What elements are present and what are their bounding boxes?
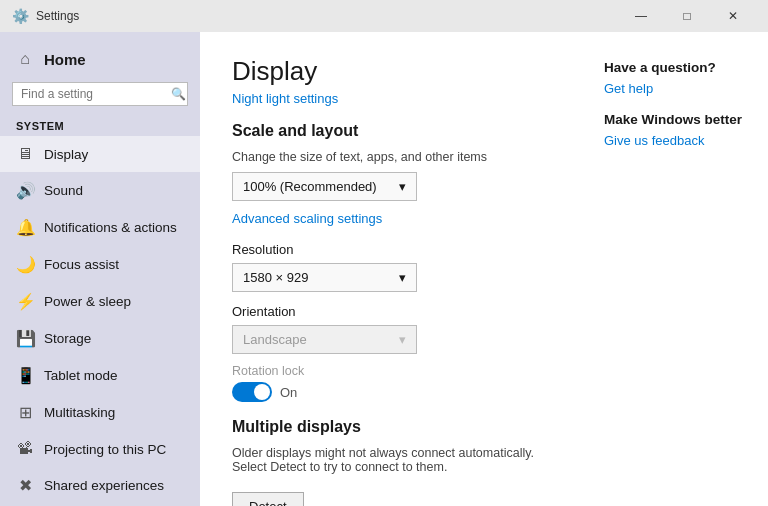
toggle-knob <box>254 384 270 400</box>
chevron-down-icon: ▾ <box>399 179 406 194</box>
make-better-title: Make Windows better <box>604 112 752 127</box>
rotation-lock-toggle-row: On <box>232 382 556 402</box>
multitasking-icon: ⊞ <box>16 403 34 422</box>
titlebar: ⚙️ Settings — □ ✕ <box>0 0 768 32</box>
minimize-button[interactable]: — <box>618 0 664 32</box>
advanced-scaling-link[interactable]: Advanced scaling settings <box>232 211 556 226</box>
search-icon: 🔍 <box>171 87 186 101</box>
notifications-icon: 🔔 <box>16 218 34 237</box>
multiple-displays-heading: Multiple displays <box>232 418 556 436</box>
orientation-dropdown[interactable]: Landscape ▾ <box>232 325 417 354</box>
sidebar-item-sound[interactable]: 🔊 Sound <box>0 172 200 209</box>
sidebar: ⌂ Home 🔍 System 🖥 Display 🔊 Sound 🔔 Noti… <box>0 32 200 506</box>
maximize-button[interactable]: □ <box>664 0 710 32</box>
feedback-link[interactable]: Give us feedback <box>604 133 752 148</box>
sidebar-section-system: System <box>0 114 200 136</box>
help-panel: Have a question? Get help Make Windows b… <box>588 32 768 506</box>
rotation-lock-state: On <box>280 385 297 400</box>
sidebar-item-shared[interactable]: ✖ Shared experiences <box>0 467 200 504</box>
resolution-value: 1580 × 929 <box>243 270 308 285</box>
scale-section: Scale and layout Change the size of text… <box>232 122 556 226</box>
home-icon: ⌂ <box>16 50 34 68</box>
page-title: Display <box>232 56 556 87</box>
rotation-lock-section: Rotation lock On <box>232 364 556 402</box>
main-content: Display Night light settings Scale and l… <box>200 32 588 506</box>
orientation-section: Orientation Landscape ▾ <box>232 304 556 354</box>
scale-value: 100% (Recommended) <box>243 179 377 194</box>
rotation-lock-label: Rotation lock <box>232 364 556 378</box>
sound-icon: 🔊 <box>16 181 34 200</box>
rotation-lock-toggle[interactable] <box>232 382 272 402</box>
sidebar-item-home[interactable]: ⌂ Home <box>0 40 200 78</box>
get-help-link[interactable]: Get help <box>604 81 752 96</box>
sidebar-item-projecting[interactable]: 📽 Projecting to this PC <box>0 431 200 467</box>
orientation-label: Orientation <box>232 304 556 319</box>
sidebar-item-multitasking[interactable]: ⊞ Multitasking <box>0 394 200 431</box>
scale-heading: Scale and layout <box>232 122 556 140</box>
sidebar-item-storage[interactable]: 💾 Storage <box>0 320 200 357</box>
close-button[interactable]: ✕ <box>710 0 756 32</box>
focus-icon: 🌙 <box>16 255 34 274</box>
detect-button[interactable]: Detect <box>232 492 304 506</box>
window-controls: — □ ✕ <box>618 0 756 32</box>
app-body: ⌂ Home 🔍 System 🖥 Display 🔊 Sound 🔔 Noti… <box>0 32 768 506</box>
resolution-label: Resolution <box>232 242 556 257</box>
resolution-dropdown[interactable]: 1580 × 929 ▾ <box>232 263 417 292</box>
search-box[interactable]: 🔍 <box>12 82 188 106</box>
storage-icon: 💾 <box>16 329 34 348</box>
sidebar-item-display[interactable]: 🖥 Display <box>0 136 200 172</box>
scale-dropdown[interactable]: 100% (Recommended) ▾ <box>232 172 417 201</box>
sidebar-item-power[interactable]: ⚡ Power & sleep <box>0 283 200 320</box>
help-question-title: Have a question? <box>604 60 752 75</box>
scale-description: Change the size of text, apps, and other… <box>232 150 556 164</box>
multiple-displays-desc: Older displays might not always connect … <box>232 446 556 474</box>
orientation-value: Landscape <box>243 332 307 347</box>
sidebar-item-tablet[interactable]: 📱 Tablet mode <box>0 357 200 394</box>
chevron-down-icon: ▾ <box>399 270 406 285</box>
display-icon: 🖥 <box>16 145 34 163</box>
sidebar-item-focus[interactable]: 🌙 Focus assist <box>0 246 200 283</box>
shared-icon: ✖ <box>16 476 34 495</box>
tablet-icon: 📱 <box>16 366 34 385</box>
search-input[interactable] <box>21 87 171 101</box>
chevron-down-icon: ▾ <box>399 332 406 347</box>
night-light-link[interactable]: Night light settings <box>232 91 556 106</box>
settings-icon: ⚙️ <box>12 8 28 24</box>
projecting-icon: 📽 <box>16 440 34 458</box>
resolution-section: Resolution 1580 × 929 ▾ <box>232 242 556 292</box>
titlebar-title: Settings <box>36 9 618 23</box>
multiple-displays-section: Multiple displays Older displays might n… <box>232 418 556 506</box>
sidebar-item-notifications[interactable]: 🔔 Notifications & actions <box>0 209 200 246</box>
power-icon: ⚡ <box>16 292 34 311</box>
